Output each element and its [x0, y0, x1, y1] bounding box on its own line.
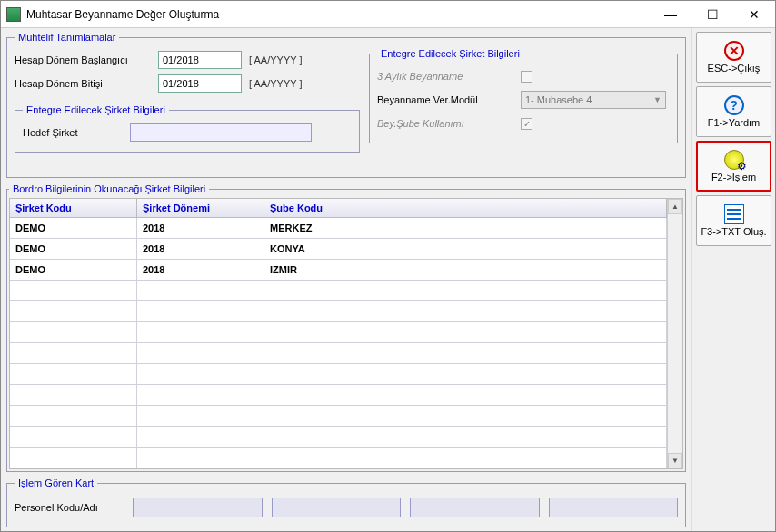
chevron-down-icon: ▼: [653, 95, 662, 104]
entegre-legend: Entegre Edilecek Şirket Bilgileri: [377, 48, 523, 59]
table-row[interactable]: [10, 281, 667, 301]
maximize-button[interactable]: ☐: [691, 1, 733, 27]
cell-kod: [10, 364, 137, 384]
cell-kod: DEMO: [10, 260, 137, 280]
hedef-legend: Entegre Edilecek Şirket Bilgileri: [23, 104, 169, 115]
bordro-grid: Şirket Kodu Şirket Dönemi Şube Kodu DEMO…: [9, 198, 683, 469]
gear-icon: [724, 150, 744, 170]
cell-kod: [10, 281, 137, 300]
start-label: Hesap Dönem Başlangıcı: [15, 54, 151, 65]
f3-label: F3->TXT Oluş.: [701, 226, 766, 237]
cell-sube: [264, 343, 667, 363]
cell-donem: [137, 343, 264, 363]
cell-kod: [10, 427, 137, 447]
cell-sube: [264, 448, 667, 468]
app-window: Muhtasar Beyanname Değer Oluşturma ― ☐ ✕…: [0, 0, 776, 532]
islem-fieldset: İşlem Gören Kart Personel Kodu/Adı: [6, 478, 686, 527]
modul-value: 1- Muhasebe 4: [525, 94, 592, 105]
close-button[interactable]: ✕: [733, 1, 775, 27]
table-row[interactable]: DEMO2018KONYA: [10, 239, 667, 260]
table-row[interactable]: DEMO2018IZMIR: [10, 260, 667, 281]
personel-field-3: [410, 498, 540, 517]
esc-label: ESC->Çıkış: [708, 63, 761, 74]
cell-sube: [264, 427, 667, 447]
cell-donem: 2018: [137, 260, 264, 280]
table-row[interactable]: [10, 406, 667, 427]
f3-button[interactable]: F3->TXT Oluş.: [696, 195, 771, 246]
end-label: Hesap Dönem Bitişi: [15, 78, 151, 89]
cell-sube: MERKEZ: [264, 218, 667, 238]
personel-label: Personel Kodu/Adı: [15, 502, 124, 513]
f2-button[interactable]: F2->İşlem: [696, 141, 771, 192]
cell-donem: [137, 281, 264, 300]
cell-sube: [264, 322, 667, 342]
cell-donem: [137, 448, 264, 468]
hedef-fieldset: Entegre Edilecek Şirket Bilgileri Hedef …: [15, 104, 360, 153]
cell-kod: [10, 406, 137, 426]
f1-label: F1->Yardım: [708, 117, 761, 128]
help-icon: ?: [724, 95, 744, 115]
cell-kod: [10, 385, 137, 405]
start-format: [ AA/YYYY ]: [249, 54, 303, 65]
col-sirket-kodu[interactable]: Şirket Kodu: [10, 199, 137, 217]
personel-field-1: [133, 498, 263, 517]
table-row[interactable]: [10, 448, 667, 468]
table-row[interactable]: [10, 385, 667, 406]
window-controls: ― ☐ ✕: [650, 1, 775, 27]
cell-kod: DEMO: [10, 239, 137, 259]
grid-header: Şirket Kodu Şirket Dönemi Şube Kodu: [10, 199, 667, 218]
muhtelif-fieldset: Muhtelif Tanımlamalar Hesap Dönem Başlan…: [6, 32, 686, 178]
scroll-up-icon[interactable]: ▲: [668, 199, 682, 214]
table-row[interactable]: [10, 322, 667, 343]
cell-sube: [264, 385, 667, 405]
hedef-label: Hedef Şirket: [23, 127, 123, 138]
cell-sube: IZMIR: [264, 260, 667, 280]
cell-kod: [10, 322, 137, 342]
islem-legend: İşlem Gören Kart: [15, 478, 97, 488]
cell-sube: KONYA: [264, 239, 667, 259]
sube-checkbox: ✓: [521, 118, 532, 130]
table-row[interactable]: DEMO2018MERKEZ: [10, 218, 667, 239]
start-input[interactable]: [158, 51, 242, 69]
vertical-scrollbar[interactable]: ▲ ▼: [667, 199, 682, 468]
cell-sube: [264, 406, 667, 426]
f1-button[interactable]: ? F1->Yardım: [696, 86, 771, 137]
document-icon: [724, 204, 744, 224]
minimize-button[interactable]: ―: [650, 1, 691, 27]
cell-donem: 2018: [137, 239, 264, 259]
body: Muhtelif Tanımlamalar Hesap Dönem Başlan…: [1, 28, 775, 531]
cell-donem: [137, 427, 264, 447]
cell-donem: [137, 385, 264, 405]
muhtelif-legend: Muhtelif Tanımlamalar: [15, 32, 119, 43]
cell-donem: [137, 406, 264, 426]
cell-sube: [264, 301, 667, 321]
table-row[interactable]: [10, 301, 667, 322]
entegre-fieldset: Entegre Edilecek Şirket Bilgileri 3 Aylı…: [369, 48, 678, 143]
modul-label: Beyanname Ver.Modül: [377, 94, 513, 105]
cell-kod: [10, 343, 137, 363]
sidebar: ✕ ESC->Çıkış ? F1->Yardım F2->İşlem F3->…: [691, 28, 775, 531]
cell-donem: 2018: [137, 218, 264, 238]
table-row[interactable]: [10, 364, 667, 385]
table-row[interactable]: [10, 427, 667, 448]
cell-kod: [10, 448, 137, 468]
esc-button[interactable]: ✕ ESC->Çıkış: [696, 32, 771, 83]
col-sube-kodu[interactable]: Şube Kodu: [264, 199, 667, 217]
cell-kod: DEMO: [10, 218, 137, 238]
col-sirket-donemi[interactable]: Şirket Dönemi: [137, 199, 264, 217]
bordro-fieldset: Bordro Bilgilerinin Okunacağı Şirket Bil…: [6, 183, 686, 472]
hedef-input[interactable]: [130, 123, 312, 142]
cell-kod: [10, 301, 137, 321]
modul-select[interactable]: 1- Muhasebe 4 ▼: [521, 91, 666, 109]
cell-donem: [137, 364, 264, 384]
main-panel: Muhtelif Tanımlamalar Hesap Dönem Başlan…: [1, 28, 691, 531]
cell-sube: [264, 281, 667, 300]
uc-aylik-checkbox: [521, 71, 532, 83]
close-icon: ✕: [724, 41, 744, 61]
cell-donem: [137, 322, 264, 342]
table-row[interactable]: [10, 343, 667, 364]
scroll-down-icon[interactable]: ▼: [668, 453, 682, 468]
app-icon: [6, 7, 21, 22]
end-input[interactable]: [158, 74, 242, 93]
personel-field-4: [549, 498, 679, 517]
